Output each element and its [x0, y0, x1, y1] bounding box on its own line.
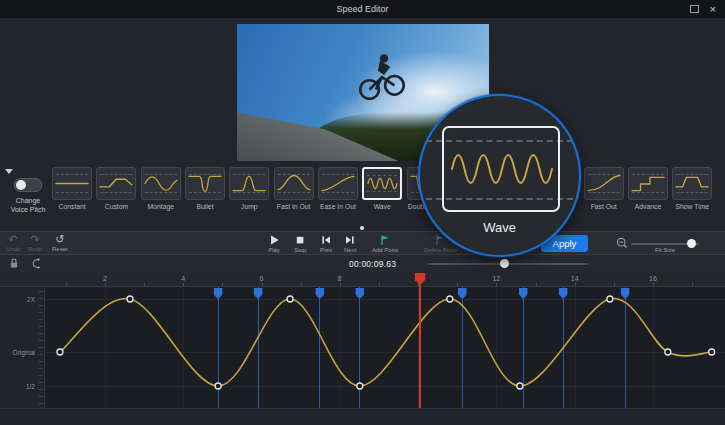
preset-label: Jump	[241, 203, 258, 210]
prev-button[interactable]: Prev	[320, 234, 332, 253]
preset-label: Show Time	[675, 203, 709, 210]
keyframe-marker-line[interactable]	[319, 287, 320, 408]
keyframe-marker-handle[interactable]	[458, 288, 467, 299]
ruler-tick-4: 4	[181, 275, 185, 282]
current-timecode: 00:00:09.63	[349, 259, 396, 269]
wave-preset-magnifier: Wave	[418, 94, 581, 257]
redo-icon: ↷	[31, 234, 40, 245]
preset-fast-in-out[interactable]: Fast In Out	[271, 167, 315, 210]
preset-bullet[interactable]: Bullet	[183, 167, 227, 210]
preset-label: Bullet	[197, 203, 214, 210]
keyframe-marker-handle[interactable]	[214, 288, 223, 299]
ruler-minor-tick	[66, 283, 67, 286]
keyframe-marker-line[interactable]	[625, 287, 626, 408]
keyframe-marker-line[interactable]	[218, 287, 219, 408]
ruler-minor-tick	[222, 283, 223, 286]
keyframe-marker-line[interactable]	[523, 287, 524, 408]
ruler-minor-tick	[105, 283, 106, 286]
preset-label: Ease In Out	[320, 203, 356, 210]
bottom-scroll-band[interactable]	[0, 408, 725, 425]
speed-graph[interactable]: 2X Original 1/2	[0, 287, 725, 408]
graph-vline	[653, 287, 654, 408]
stop-button[interactable]: Stop	[294, 234, 306, 253]
playback-slider-knob[interactable]	[500, 259, 509, 268]
preset-jump[interactable]: Jump	[227, 167, 271, 210]
next-icon	[344, 234, 356, 246]
ruler-minor-tick	[183, 283, 184, 286]
ruler-minor-tick	[379, 283, 380, 286]
preset-montage[interactable]: Montage	[139, 167, 183, 210]
ruler-minor-tick	[301, 283, 302, 286]
gridline-2x	[45, 299, 725, 300]
play-button[interactable]: Play	[268, 234, 280, 253]
keyframe-marker-handle[interactable]	[355, 288, 364, 299]
keyframe-marker-handle[interactable]	[559, 288, 568, 299]
preset-thumb-montage[interactable]	[141, 167, 181, 200]
preset-strip: ConstantCustomMontageBulletJumpFast In O…	[50, 167, 714, 210]
preset-thumb-bullet[interactable]	[185, 167, 225, 200]
keyframe-marker-handle[interactable]	[621, 288, 630, 299]
preset-thumb-wave[interactable]	[362, 167, 402, 200]
ruler-tick-6: 6	[260, 275, 264, 282]
keyframe-marker-line[interactable]	[359, 287, 360, 408]
preset-thumb-fast-out[interactable]	[584, 167, 624, 200]
preset-label: Wave	[374, 203, 391, 210]
zoom-out-icon[interactable]	[616, 237, 628, 249]
magnified-wave-thumbnail[interactable]	[442, 126, 560, 212]
graph-vline	[340, 287, 341, 408]
ruler-tick-16: 16	[649, 275, 657, 282]
play-icon	[268, 234, 280, 246]
preset-fast-out[interactable]: Fast Out	[582, 167, 626, 210]
collapse-arrow-icon[interactable]	[5, 169, 13, 174]
preset-thumb-fast-in-out[interactable]	[274, 167, 314, 200]
preset-thumb-jump[interactable]	[229, 167, 269, 200]
preset-label: Montage	[148, 203, 174, 210]
maximize-icon[interactable]	[690, 5, 699, 13]
keyframe-marker-handle[interactable]	[315, 288, 324, 299]
playhead-line[interactable]	[419, 273, 421, 408]
timeline-ruler[interactable]: 246810121416	[0, 272, 725, 287]
keyframe-marker-line[interactable]	[563, 287, 564, 408]
preset-label: Custom	[105, 203, 128, 210]
preset-custom[interactable]: Custom	[94, 167, 138, 210]
add-point-button[interactable]: Add Point	[372, 234, 398, 253]
preset-thumb-custom[interactable]	[96, 167, 136, 200]
wave-curve-icon	[444, 128, 558, 210]
redo-button[interactable]: ↷ Redo	[28, 234, 42, 252]
gridline-original	[45, 352, 725, 353]
graph-vline	[496, 287, 497, 408]
preset-wave[interactable]: Wave	[360, 167, 404, 210]
close-icon[interactable]: ×	[710, 4, 716, 15]
bmx-rider-silhouette	[353, 46, 411, 104]
window-controls: ×	[690, 0, 716, 18]
preset-label: Fast Out	[591, 203, 617, 210]
preset-advance[interactable]: Advance	[626, 167, 670, 210]
ruler-tick-14: 14	[571, 275, 579, 282]
preset-thumb-show-time[interactable]	[672, 167, 712, 200]
ruler-tick-8: 8	[338, 275, 342, 282]
lock-icon[interactable]	[8, 257, 20, 269]
gridline-half	[45, 386, 725, 387]
next-button[interactable]: Next	[344, 234, 356, 253]
preset-constant[interactable]: Constant	[50, 167, 94, 210]
keyframe-marker-handle[interactable]	[519, 288, 528, 299]
fit-size-label: Fit Size	[631, 247, 699, 253]
preset-thumb-advance[interactable]	[628, 167, 668, 200]
ruler-minor-tick	[536, 283, 537, 286]
ruler-minor-tick	[692, 283, 693, 286]
graph-vline	[105, 287, 106, 408]
preset-thumb-constant[interactable]	[52, 167, 92, 200]
voice-pitch-label-line2: Voice Pitch	[7, 205, 49, 214]
keyframe-marker-line[interactable]	[462, 287, 463, 408]
speed-editor-window: Speed Editor × Change Voice Pitch Consta…	[0, 0, 725, 425]
keyframe-marker-line[interactable]	[258, 287, 259, 408]
undo-button[interactable]: ↶ Undo	[6, 234, 20, 252]
voice-pitch-toggle[interactable]	[14, 178, 42, 192]
preset-show-time[interactable]: Show Time	[670, 167, 714, 210]
toolbar: ↶ Undo ↷ Redo ↺ Reset Play Stop Prev Nex…	[0, 231, 725, 255]
titlebar[interactable]: Speed Editor ×	[0, 0, 725, 18]
curve-tool-icon[interactable]	[28, 257, 40, 269]
preset-ease-in-out[interactable]: Ease In Out	[316, 167, 360, 210]
reset-button[interactable]: ↺ Reset	[52, 234, 68, 252]
preset-thumb-ease-in-out[interactable]	[318, 167, 358, 200]
